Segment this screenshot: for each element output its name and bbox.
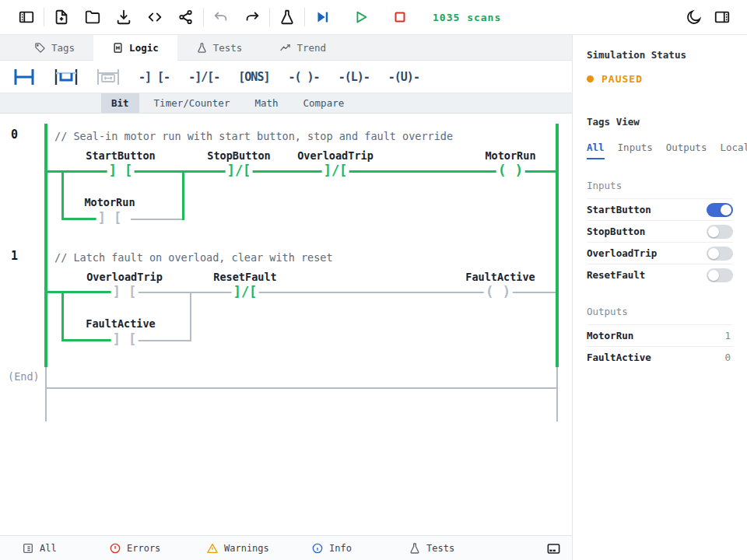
rung-0-contact-1-tag[interactable]: StartButton xyxy=(86,149,155,162)
instruction-ote-button[interactable]: -( )- xyxy=(283,64,324,90)
right-power-rail xyxy=(556,124,559,367)
scan-counter: 1035 scans xyxy=(433,12,501,23)
filter-info[interactable]: Info xyxy=(311,536,352,560)
rung-0-branch-contact-tag[interactable]: MotorRun xyxy=(84,196,135,208)
rung-1-comment[interactable]: // Latch fault on overload, clear with r… xyxy=(54,251,333,264)
xio-symbol: -]/[- xyxy=(188,70,219,84)
plc-simulator-app: 1035 scans Tags xyxy=(0,0,747,560)
toolbar-separator xyxy=(304,8,305,26)
rung-0-branch-contact-xic[interactable]: ] [ xyxy=(96,211,124,226)
rung-0-contact-1-xic[interactable]: ] [ xyxy=(107,163,135,178)
output-tag-value: 0 xyxy=(724,352,733,363)
console-panel-icon xyxy=(546,541,561,556)
save-download-button[interactable] xyxy=(108,0,139,34)
stopbutton-toggle[interactable] xyxy=(707,225,733,239)
run-tests-button[interactable] xyxy=(272,0,303,34)
input-tag-name: OverloadTrip xyxy=(587,247,657,259)
toggle-right-panel-button[interactable] xyxy=(708,0,736,34)
rung-1-coil[interactable]: ( ) xyxy=(484,284,513,299)
stop-button[interactable] xyxy=(384,0,416,34)
step-scan-button[interactable] xyxy=(307,0,338,34)
rung-1-branch-contact-xic[interactable]: ] [ xyxy=(111,332,139,347)
category-bit[interactable]: Bit xyxy=(101,93,139,113)
top-toolbar: 1035 scans xyxy=(0,0,747,35)
new-rung-button[interactable] xyxy=(8,64,40,90)
rung-0-contact-2-tag[interactable]: StopButton xyxy=(207,149,270,162)
ladder-document-icon xyxy=(112,42,124,54)
stop-icon xyxy=(391,9,409,26)
filter-tests[interactable]: Tests xyxy=(409,536,454,560)
filter-all[interactable]: All xyxy=(22,536,57,560)
dark-mode-toggle[interactable] xyxy=(680,0,708,34)
rung-1-contact-2-tag[interactable]: ResetFault xyxy=(213,271,276,283)
overloadtrip-toggle[interactable] xyxy=(707,247,733,261)
rung-1-coil-tag[interactable]: FaultActive xyxy=(465,271,535,283)
warning-icon xyxy=(206,542,219,555)
rung-1-branch-contact-tag[interactable]: FaultActive xyxy=(86,317,155,330)
category-timer-counter[interactable]: Timer/Counter xyxy=(144,93,240,113)
rung-1-contact-1-xic[interactable]: ] [ xyxy=(111,285,139,299)
tab-logic[interactable]: Logic xyxy=(93,35,177,61)
rung-1-contact-2-xio[interactable]: ]/[ xyxy=(232,285,259,299)
filter-errors[interactable]: Errors xyxy=(109,536,160,560)
play-button[interactable] xyxy=(345,0,377,34)
add-branch-button[interactable] xyxy=(50,64,82,90)
open-project-button[interactable] xyxy=(77,0,108,34)
rung-0-coil-tag[interactable]: MotorRun xyxy=(485,149,535,162)
rung-0-contact-3-xio[interactable]: ]/[ xyxy=(322,163,349,178)
toolbar-separator xyxy=(269,8,270,26)
toggle-knob xyxy=(708,270,719,281)
rung-0-coil[interactable]: ( ) xyxy=(496,163,525,177)
view-source-button[interactable] xyxy=(139,0,170,34)
instruction-ons-button[interactable]: [ONS] xyxy=(233,64,274,90)
rung-0-contact-3-tag[interactable]: OverloadTrip xyxy=(297,149,374,162)
right-rail-end xyxy=(556,367,558,422)
extend-branch-button[interactable] xyxy=(92,64,124,90)
new-file-button[interactable] xyxy=(46,0,77,34)
tab-tags[interactable]: Tags xyxy=(16,35,93,61)
paused-status-dot xyxy=(587,75,594,82)
ladder-canvas: 0 // Seal-in motor run with start button… xyxy=(0,114,572,535)
instruction-otu-button[interactable]: -(U)- xyxy=(384,64,424,90)
toggle-knob xyxy=(721,205,731,215)
add-branch-icon xyxy=(54,68,78,86)
tab-trend[interactable]: Trend xyxy=(261,35,345,61)
xic-symbol: -] [- xyxy=(139,70,170,84)
simulation-status-value: PAUSED xyxy=(601,73,643,85)
redo-button[interactable] xyxy=(237,0,268,34)
flask-icon xyxy=(196,42,208,54)
output-row-motorrun: MotorRun 1 xyxy=(587,324,733,346)
tab-tests[interactable]: Tests xyxy=(177,35,261,61)
undo-button[interactable] xyxy=(205,0,237,34)
category-math[interactable]: Math xyxy=(244,93,288,113)
category-compare[interactable]: Compare xyxy=(293,93,355,113)
tab-tests-label: Tests xyxy=(213,42,243,54)
input-row-overloadtrip: OverloadTrip xyxy=(587,242,733,264)
tags-view-tab-all[interactable]: All xyxy=(587,142,605,159)
share-button[interactable] xyxy=(170,0,202,34)
tags-view-tab-local[interactable]: Local xyxy=(720,142,747,159)
filter-warnings[interactable]: Warnings xyxy=(206,536,269,560)
rung-1-contact-1-tag[interactable]: OverloadTrip xyxy=(86,271,163,283)
output-row-faultactive: FaultActive 0 xyxy=(587,346,733,368)
toggle-console-button[interactable] xyxy=(546,536,561,560)
extend-branch-icon xyxy=(96,68,120,86)
instruction-xic-button[interactable]: -] [- xyxy=(134,64,174,90)
rung-1-branch-wire xyxy=(132,340,191,341)
output-tag-name: MotorRun xyxy=(587,330,633,341)
tab-trend-label: Trend xyxy=(296,42,326,54)
tags-view-tab-outputs[interactable]: Outputs xyxy=(666,142,707,159)
folder-icon xyxy=(84,9,101,26)
instruction-otl-button[interactable]: -(L)- xyxy=(334,64,374,90)
end-rung-label: (End) xyxy=(8,370,40,383)
toggle-left-panel-button[interactable] xyxy=(11,0,42,34)
rung-0-comment[interactable]: // Seal-in motor run with start button, … xyxy=(54,130,453,142)
tags-view-tab-inputs[interactable]: Inputs xyxy=(618,142,653,159)
resetfault-toggle[interactable] xyxy=(707,268,733,282)
instruction-xio-button[interactable]: -]/[- xyxy=(184,64,224,90)
rung-0-contact-2-xio[interactable]: ]/[ xyxy=(226,163,253,178)
message-filter-bar: All Errors Warnings Info Tests xyxy=(0,535,572,560)
input-row-startbutton: StartButton xyxy=(587,198,733,220)
startbutton-toggle[interactable] xyxy=(707,203,733,217)
toolbar-separator xyxy=(203,8,204,26)
